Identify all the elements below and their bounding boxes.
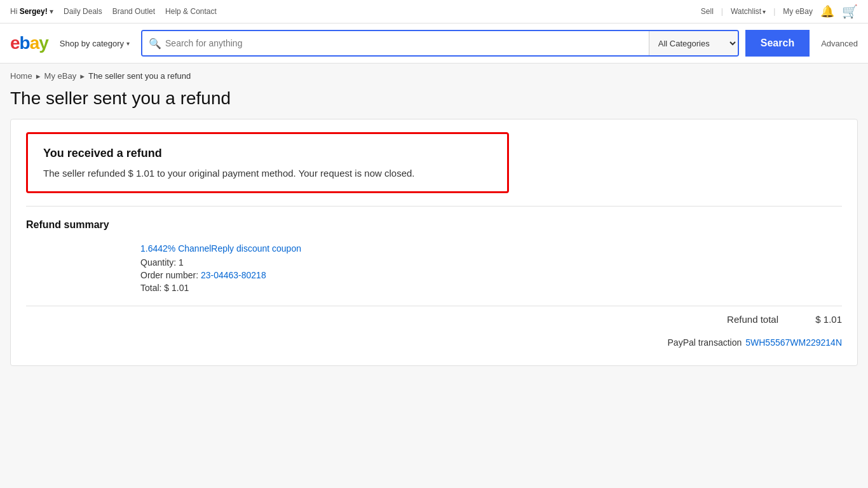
refund-total-label: Refund total xyxy=(26,314,791,325)
advanced-search-link[interactable]: Advanced xyxy=(816,39,858,48)
logo-letter-a: a xyxy=(30,33,39,53)
breadcrumb-home[interactable]: Home xyxy=(10,71,32,81)
username: Sergey! xyxy=(20,7,48,16)
breadcrumb-sep-1: ► xyxy=(35,72,42,80)
ebay-logo[interactable]: ebay xyxy=(10,33,48,53)
logo-letter-y: y xyxy=(39,33,48,53)
page-title: The seller sent you a refund xyxy=(0,85,868,119)
total-value: $ 1.01 xyxy=(164,283,189,293)
search-bar: 🔍 All Categories xyxy=(141,30,739,57)
daily-deals-link[interactable]: Daily Deals xyxy=(64,7,102,16)
refund-summary-title: Refund summary xyxy=(26,219,842,231)
sell-link[interactable]: Sell xyxy=(701,7,714,16)
search-input[interactable] xyxy=(165,38,642,48)
item-link[interactable]: 1.6442% ChannelReply discount coupon xyxy=(140,243,842,254)
separator-2: | xyxy=(773,7,775,16)
breadcrumb-sep-2: ► xyxy=(79,72,86,80)
refund-details: 1.6442% ChannelReply discount coupon Qua… xyxy=(26,243,842,293)
notification-bell-icon[interactable]: 🔔 xyxy=(820,4,834,18)
main-content-card: You received a refund The seller refunde… xyxy=(10,119,858,366)
separator-1: | xyxy=(721,7,723,16)
watchlist-link[interactable]: Watchlist ▾ xyxy=(731,7,766,16)
order-number-link[interactable]: 23-04463-80218 xyxy=(201,270,266,280)
shop-by-category-button[interactable]: Shop by category ▾ xyxy=(55,39,135,48)
watchlist-arrow-icon: ▾ xyxy=(763,8,766,15)
refund-alert-box: You received a refund The seller refunde… xyxy=(26,132,509,193)
top-nav-right: Sell | Watchlist ▾ | My eBay 🔔 🛒 xyxy=(701,4,858,19)
my-ebay-link[interactable]: My eBay xyxy=(783,7,813,16)
divider-1 xyxy=(26,206,842,207)
quantity-label: Quantity: xyxy=(140,257,176,268)
total-label: Total: xyxy=(140,283,161,293)
shop-by-label: Shop by category xyxy=(60,39,124,48)
brand-outlet-link[interactable]: Brand Outlet xyxy=(112,7,155,16)
cart-icon[interactable]: 🛒 xyxy=(842,4,858,19)
quantity-line: Quantity: 1 xyxy=(140,257,842,268)
logo-letter-b: b xyxy=(20,33,30,53)
quantity-value: 1 xyxy=(179,257,184,268)
order-label: Order number: xyxy=(140,270,198,280)
logo-letter-e: e xyxy=(10,33,20,53)
breadcrumb: Home ► My eBay ► The seller sent you a r… xyxy=(0,64,868,85)
breadcrumb-my-ebay[interactable]: My eBay xyxy=(44,71,77,81)
greeting-text: Hi Sergey! ▾ xyxy=(10,7,53,16)
paypal-label: PayPal transaction xyxy=(668,337,742,348)
search-magnifier-icon: 🔍 xyxy=(149,37,161,50)
total-line: Total: $ 1.01 xyxy=(140,283,842,293)
order-number-line: Order number: 23-04463-80218 xyxy=(140,270,842,280)
alert-body: The seller refunded $ 1.01 to your origi… xyxy=(43,168,492,179)
shop-by-arrow-icon: ▾ xyxy=(126,40,130,47)
alert-title: You received a refund xyxy=(43,147,492,160)
header: ebay Shop by category ▾ 🔍 All Categories… xyxy=(0,24,868,64)
username-link[interactable]: Sergey! xyxy=(20,7,48,16)
refund-total-row: Refund total $ 1.01 xyxy=(26,306,842,332)
category-select[interactable]: All Categories xyxy=(649,31,738,55)
search-button[interactable]: Search xyxy=(745,30,810,57)
search-input-wrap: 🔍 xyxy=(142,31,649,55)
paypal-row: PayPal transaction 5WH55567WM229214N xyxy=(26,332,842,353)
help-contact-link[interactable]: Help & Contact xyxy=(165,7,217,16)
top-nav: Hi Sergey! ▾ Daily Deals Brand Outlet He… xyxy=(0,0,868,24)
refund-total-amount: $ 1.01 xyxy=(791,314,842,325)
paypal-transaction-link[interactable]: 5WH55567WM229214N xyxy=(745,337,842,348)
breadcrumb-current: The seller sent you a refund xyxy=(88,71,191,81)
top-nav-left: Hi Sergey! ▾ Daily Deals Brand Outlet He… xyxy=(10,7,217,16)
